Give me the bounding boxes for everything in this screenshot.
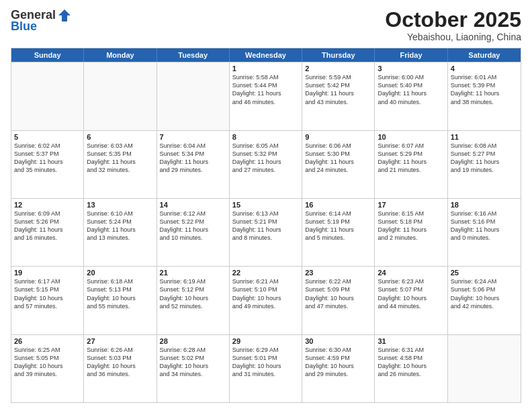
- day-number: 26: [14, 337, 81, 345]
- day-info: Sunrise: 6:16 AM Sunset: 5:16 PM Dayligh…: [451, 210, 518, 242]
- day-number: 19: [14, 269, 81, 277]
- day-info: Sunrise: 5:59 AM Sunset: 5:42 PM Dayligh…: [305, 73, 371, 106]
- calendar-row-2: 5Sunrise: 6:02 AM Sunset: 5:37 PM Daylig…: [11, 130, 521, 198]
- table-row: [84, 62, 157, 130]
- day-info: Sunrise: 6:29 AM Sunset: 5:01 PM Dayligh…: [232, 346, 299, 379]
- day-info: Sunrise: 6:01 AM Sunset: 5:39 PM Dayligh…: [451, 73, 518, 106]
- table-row: [157, 62, 230, 130]
- table-row: 2Sunrise: 5:59 AM Sunset: 5:42 PM Daylig…: [302, 62, 375, 130]
- table-row: 28Sunrise: 6:28 AM Sunset: 5:02 PM Dayli…: [157, 335, 230, 402]
- day-info: Sunrise: 6:10 AM Sunset: 5:24 PM Dayligh…: [87, 210, 153, 242]
- table-row: 30Sunrise: 6:30 AM Sunset: 4:59 PM Dayli…: [302, 335, 375, 402]
- day-info: Sunrise: 6:25 AM Sunset: 5:05 PM Dayligh…: [14, 346, 81, 379]
- page-header: General Blue October 2025 Yebaishou, Lia…: [11, 8, 521, 42]
- header-day-tuesday: Tuesday: [157, 48, 230, 62]
- day-number: 7: [160, 133, 226, 141]
- day-info: Sunrise: 6:06 AM Sunset: 5:30 PM Dayligh…: [305, 142, 371, 175]
- day-info: Sunrise: 6:28 AM Sunset: 5:02 PM Dayligh…: [160, 346, 226, 379]
- calendar: SundayMondayTuesdayWednesdayThursdayFrid…: [11, 48, 521, 403]
- day-number: 5: [14, 133, 81, 141]
- day-info: Sunrise: 6:18 AM Sunset: 5:13 PM Dayligh…: [87, 277, 153, 310]
- day-number: 3: [378, 64, 444, 73]
- table-row: [448, 335, 521, 402]
- header-day-thursday: Thursday: [302, 48, 375, 62]
- day-info: Sunrise: 6:14 AM Sunset: 5:19 PM Dayligh…: [305, 210, 371, 242]
- table-row: 12Sunrise: 6:09 AM Sunset: 5:26 PM Dayli…: [11, 199, 84, 266]
- day-number: 16: [305, 201, 371, 209]
- day-number: 17: [378, 201, 444, 209]
- day-number: 29: [232, 337, 299, 345]
- table-row: 6Sunrise: 6:03 AM Sunset: 5:35 PM Daylig…: [84, 131, 157, 198]
- table-row: 11Sunrise: 6:08 AM Sunset: 5:27 PM Dayli…: [448, 131, 521, 198]
- day-info: Sunrise: 6:12 AM Sunset: 5:22 PM Dayligh…: [160, 210, 226, 242]
- header-day-saturday: Saturday: [448, 48, 521, 62]
- calendar-row-1: 1Sunrise: 5:58 AM Sunset: 5:44 PM Daylig…: [11, 62, 521, 130]
- day-number: 4: [451, 64, 518, 73]
- day-number: 15: [232, 201, 299, 209]
- day-number: 11: [451, 133, 518, 141]
- day-number: 31: [378, 337, 444, 345]
- day-info: Sunrise: 6:21 AM Sunset: 5:10 PM Dayligh…: [232, 277, 299, 310]
- header-day-monday: Monday: [84, 48, 157, 62]
- day-info: Sunrise: 6:00 AM Sunset: 5:40 PM Dayligh…: [378, 73, 444, 106]
- day-info: Sunrise: 6:17 AM Sunset: 5:15 PM Dayligh…: [14, 277, 81, 310]
- day-info: Sunrise: 6:07 AM Sunset: 5:29 PM Dayligh…: [378, 142, 444, 175]
- table-row: 14Sunrise: 6:12 AM Sunset: 5:22 PM Dayli…: [157, 199, 230, 266]
- table-row: 17Sunrise: 6:15 AM Sunset: 5:18 PM Dayli…: [375, 199, 447, 266]
- calendar-row-5: 26Sunrise: 6:25 AM Sunset: 5:05 PM Dayli…: [11, 334, 521, 402]
- table-row: 16Sunrise: 6:14 AM Sunset: 5:19 PM Dayli…: [302, 199, 375, 266]
- day-info: Sunrise: 6:05 AM Sunset: 5:32 PM Dayligh…: [232, 142, 299, 175]
- header-day-wednesday: Wednesday: [230, 48, 302, 62]
- table-row: 21Sunrise: 6:19 AM Sunset: 5:12 PM Dayli…: [157, 267, 230, 334]
- day-number: 14: [160, 201, 226, 209]
- table-row: 20Sunrise: 6:18 AM Sunset: 5:13 PM Dayli…: [84, 267, 157, 334]
- day-info: Sunrise: 6:30 AM Sunset: 4:59 PM Dayligh…: [305, 346, 371, 379]
- table-row: 26Sunrise: 6:25 AM Sunset: 5:05 PM Dayli…: [11, 335, 84, 402]
- day-number: 28: [160, 337, 226, 345]
- day-number: 30: [305, 337, 371, 345]
- month-title: October 2025: [385, 8, 521, 32]
- day-number: 1: [232, 64, 299, 73]
- table-row: 10Sunrise: 6:07 AM Sunset: 5:29 PM Dayli…: [375, 131, 447, 198]
- table-row: 4Sunrise: 6:01 AM Sunset: 5:39 PM Daylig…: [448, 62, 521, 130]
- day-info: Sunrise: 6:22 AM Sunset: 5:09 PM Dayligh…: [305, 277, 371, 310]
- day-number: 18: [451, 201, 518, 209]
- day-number: 8: [232, 133, 299, 141]
- logo: General Blue: [11, 8, 72, 34]
- table-row: 8Sunrise: 6:05 AM Sunset: 5:32 PM Daylig…: [230, 131, 302, 198]
- calendar-row-3: 12Sunrise: 6:09 AM Sunset: 5:26 PM Dayli…: [11, 198, 521, 266]
- day-info: Sunrise: 6:09 AM Sunset: 5:26 PM Dayligh…: [14, 210, 81, 242]
- table-row: 5Sunrise: 6:02 AM Sunset: 5:37 PM Daylig…: [11, 131, 84, 198]
- table-row: 19Sunrise: 6:17 AM Sunset: 5:15 PM Dayli…: [11, 267, 84, 334]
- day-number: 6: [87, 133, 153, 141]
- logo-icon: [57, 8, 72, 23]
- table-row: 9Sunrise: 6:06 AM Sunset: 5:30 PM Daylig…: [302, 131, 375, 198]
- day-number: 25: [451, 269, 518, 277]
- day-number: 12: [14, 201, 81, 209]
- day-info: Sunrise: 6:15 AM Sunset: 5:18 PM Dayligh…: [378, 210, 444, 242]
- calendar-row-4: 19Sunrise: 6:17 AM Sunset: 5:15 PM Dayli…: [11, 266, 521, 334]
- table-row: 1Sunrise: 5:58 AM Sunset: 5:44 PM Daylig…: [230, 62, 302, 130]
- day-info: Sunrise: 6:04 AM Sunset: 5:34 PM Dayligh…: [160, 142, 226, 175]
- day-info: Sunrise: 6:31 AM Sunset: 4:58 PM Dayligh…: [378, 346, 444, 379]
- title-block: October 2025 Yebaishou, Liaoning, China: [385, 8, 521, 42]
- calendar-body: 1Sunrise: 5:58 AM Sunset: 5:44 PM Daylig…: [11, 62, 521, 402]
- header-day-sunday: Sunday: [11, 48, 84, 62]
- day-info: Sunrise: 6:23 AM Sunset: 5:07 PM Dayligh…: [378, 277, 444, 310]
- table-row: 25Sunrise: 6:24 AM Sunset: 5:06 PM Dayli…: [448, 267, 521, 334]
- table-row: 29Sunrise: 6:29 AM Sunset: 5:01 PM Dayli…: [230, 335, 302, 402]
- day-number: 20: [87, 269, 153, 277]
- day-info: Sunrise: 6:24 AM Sunset: 5:06 PM Dayligh…: [451, 277, 518, 310]
- table-row: 27Sunrise: 6:26 AM Sunset: 5:03 PM Dayli…: [84, 335, 157, 402]
- day-number: 23: [305, 269, 371, 277]
- day-info: Sunrise: 6:08 AM Sunset: 5:27 PM Dayligh…: [451, 142, 518, 175]
- day-number: 10: [378, 133, 444, 141]
- day-number: 22: [232, 269, 299, 277]
- table-row: [11, 62, 84, 130]
- day-number: 24: [378, 269, 444, 277]
- table-row: 31Sunrise: 6:31 AM Sunset: 4:58 PM Dayli…: [375, 335, 447, 402]
- day-number: 9: [305, 133, 371, 141]
- location: Yebaishou, Liaoning, China: [385, 32, 521, 42]
- day-info: Sunrise: 6:26 AM Sunset: 5:03 PM Dayligh…: [87, 346, 153, 379]
- day-number: 21: [160, 269, 226, 277]
